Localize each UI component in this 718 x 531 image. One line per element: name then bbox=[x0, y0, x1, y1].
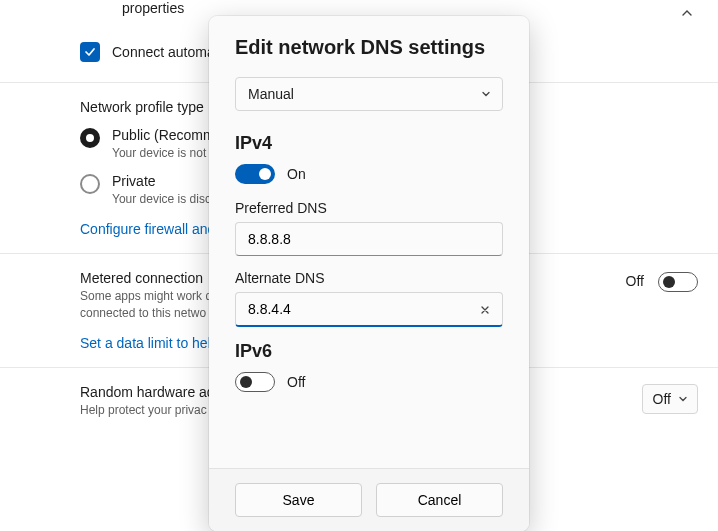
cancel-button[interactable]: Cancel bbox=[376, 483, 503, 517]
connect-auto-checkbox[interactable] bbox=[80, 42, 100, 62]
alternate-dns-label: Alternate DNS bbox=[235, 270, 503, 286]
dialog-title: Edit network DNS settings bbox=[235, 36, 503, 59]
dns-settings-dialog: Edit network DNS settings Manual IPv4 On… bbox=[209, 16, 529, 531]
ipv4-heading: IPv4 bbox=[235, 133, 503, 154]
chevron-up-icon[interactable] bbox=[680, 6, 694, 20]
random-hw-select-value: Off bbox=[653, 391, 671, 407]
dns-mode-dropdown[interactable]: Manual bbox=[235, 77, 503, 111]
ipv4-toggle[interactable] bbox=[235, 164, 275, 184]
ipv6-toggle[interactable] bbox=[235, 372, 275, 392]
ipv6-state: Off bbox=[287, 374, 305, 390]
radio-private[interactable] bbox=[80, 174, 100, 194]
radio-public[interactable] bbox=[80, 128, 100, 148]
data-limit-link[interactable]: Set a data limit to hel bbox=[80, 335, 211, 351]
clear-alternate-dns-button[interactable] bbox=[475, 300, 495, 320]
preferred-dns-label: Preferred DNS bbox=[235, 200, 503, 216]
chevron-down-icon bbox=[677, 393, 689, 405]
alternate-dns-input[interactable] bbox=[235, 292, 503, 327]
chevron-down-icon bbox=[480, 88, 492, 100]
dns-mode-value: Manual bbox=[248, 86, 294, 102]
save-button[interactable]: Save bbox=[235, 483, 362, 517]
connect-auto-label: Connect automat bbox=[112, 44, 219, 60]
random-hw-select[interactable]: Off bbox=[642, 384, 698, 414]
metered-state: Off bbox=[626, 273, 644, 289]
preferred-dns-input[interactable] bbox=[235, 222, 503, 256]
metered-toggle[interactable] bbox=[658, 272, 698, 292]
ipv6-heading: IPv6 bbox=[235, 341, 503, 362]
ipv4-state: On bbox=[287, 166, 306, 182]
firewall-link[interactable]: Configure firewall and bbox=[80, 221, 215, 237]
